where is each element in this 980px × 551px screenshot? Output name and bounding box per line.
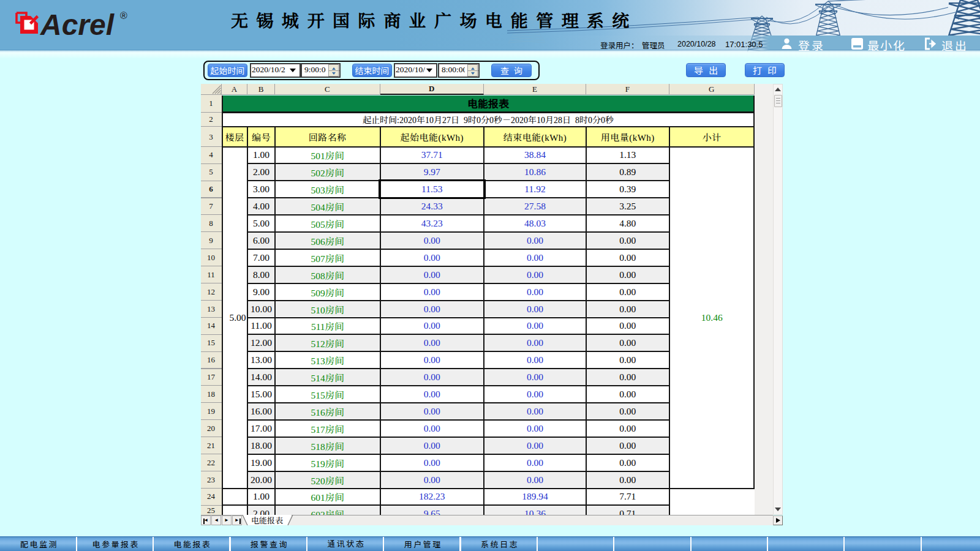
- svg-text:®: ®: [120, 10, 127, 21]
- svg-text:Acrel: Acrel: [40, 9, 115, 40]
